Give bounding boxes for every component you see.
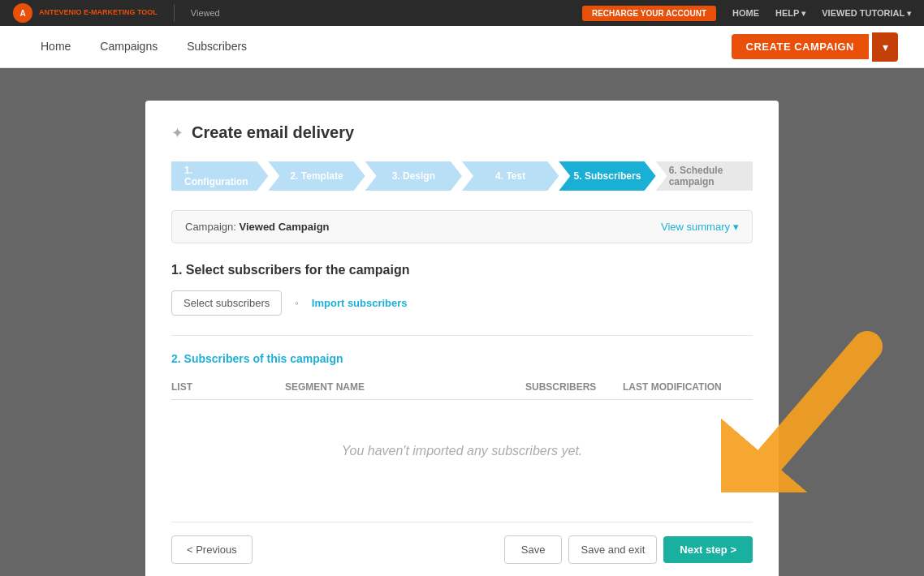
- help-topbar-link[interactable]: HELP ▾: [775, 8, 805, 18]
- save-button[interactable]: Save: [504, 535, 563, 564]
- step-subscribers[interactable]: 5. Subscribers: [559, 161, 655, 191]
- step-schedule[interactable]: 6. Schedule campaign: [656, 161, 753, 191]
- col-segment: Segment name: [285, 381, 525, 393]
- home-topbar-link[interactable]: HOME: [732, 8, 759, 18]
- recharge-button[interactable]: Recharge your account: [582, 6, 716, 21]
- footer-right-buttons: Save Save and exit Next step >: [504, 535, 753, 564]
- topbar: A ANTEVENIO E-MARKETING TOOL Viewed Rech…: [0, 0, 924, 26]
- save-exit-button[interactable]: Save and exit: [568, 535, 657, 564]
- logo-area: A ANTEVENIO E-MARKETING TOOL Viewed: [13, 3, 220, 23]
- page-title-row: ✦ Create email delivery: [171, 123, 753, 142]
- help-arrow-icon: ▾: [801, 9, 805, 18]
- tutorial-topbar-link[interactable]: Viewed Tutorial ▾: [822, 8, 911, 18]
- nav-subscribers[interactable]: Subscribers: [172, 26, 261, 67]
- content-card: ✦ Create email delivery 1. Configuration…: [145, 101, 779, 576]
- previous-button[interactable]: < Previous: [171, 535, 253, 564]
- wand-icon: ✦: [171, 124, 184, 142]
- topbar-divider: [174, 5, 175, 21]
- footer-actions: < Previous Save Save and exit Next step …: [171, 522, 753, 564]
- view-summary-link[interactable]: View summary ▾: [661, 221, 739, 233]
- nav-campaigns[interactable]: Campaigns: [85, 26, 172, 67]
- nav-links: Home Campaigns Subscribers: [26, 26, 261, 67]
- nav-right: CREATE CAMPAIGN ▾: [732, 32, 898, 62]
- step-configuration[interactable]: 1. Configuration: [171, 161, 268, 191]
- step-design[interactable]: 3. Design: [365, 161, 462, 191]
- topbar-viewed: Viewed: [191, 8, 220, 18]
- main-nav: Home Campaigns Subscribers CREATE CAMPAI…: [0, 26, 924, 68]
- col-subscribers: Subscribers: [525, 381, 623, 393]
- logo-icon: A: [13, 3, 32, 23]
- table-header: List Segment name Subscribers Last modif…: [171, 375, 753, 400]
- campaign-bar: Campaign: Viewed Campaign View summary ▾: [171, 210, 753, 243]
- campaign-name: Campaign: Viewed Campaign: [185, 221, 330, 233]
- select-subscribers-button[interactable]: Select subscribers: [171, 290, 282, 316]
- create-campaign-button[interactable]: CREATE CAMPAIGN: [732, 34, 869, 59]
- create-campaign-dropdown[interactable]: ▾: [872, 32, 898, 62]
- subscriber-actions: Select subscribers ◦ Import subscribers: [171, 290, 753, 316]
- next-step-button[interactable]: Next step >: [663, 536, 753, 563]
- nav-home[interactable]: Home: [26, 26, 85, 67]
- section-divider: [171, 335, 753, 336]
- logo-text: ANTEVENIO E-MARKETING TOOL: [39, 9, 158, 17]
- step-test[interactable]: 4. Test: [462, 161, 559, 191]
- section1-title: 1. Select subscribers for the campaign: [171, 263, 753, 277]
- step-template[interactable]: 2. Template: [268, 161, 365, 191]
- import-subscribers-link[interactable]: Import subscribers: [312, 297, 408, 309]
- topbar-right: Recharge your account HOME HELP ▾ Viewed…: [582, 6, 911, 21]
- page-title: Create email delivery: [192, 123, 354, 142]
- view-summary-arrow-icon: ▾: [733, 221, 739, 233]
- tutorial-arrow-icon: ▾: [907, 9, 911, 18]
- empty-message: You haven't imported any subscribers yet…: [171, 403, 753, 499]
- section2-title: 2. Subscribers of this campaign: [171, 352, 753, 365]
- col-modification: Last modification: [623, 381, 753, 393]
- steps-row: 1. Configuration 2. Template 3. Design 4…: [171, 161, 753, 191]
- col-list: List: [171, 381, 285, 393]
- import-prefix: ◦: [295, 297, 299, 309]
